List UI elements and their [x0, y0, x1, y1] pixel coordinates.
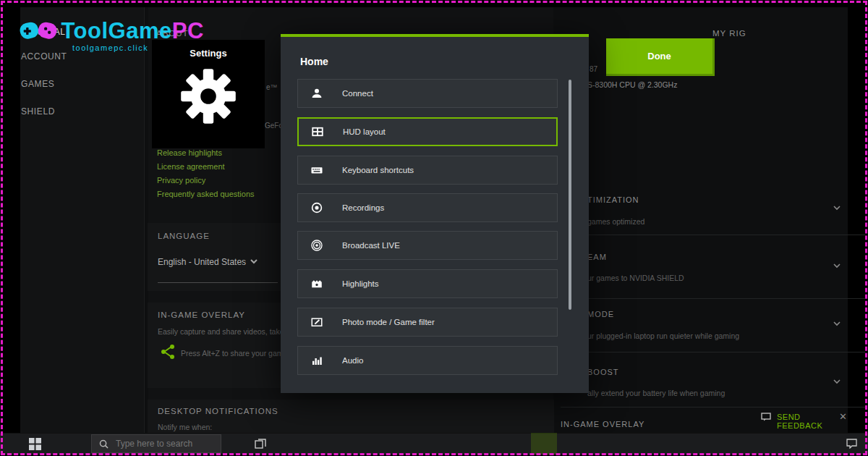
settings-card: Settings [152, 40, 265, 148]
close-icon[interactable]: ✕ [839, 411, 847, 422]
menu-item-label: HUD layout [343, 127, 386, 136]
menu-item-audio[interactable]: Audio [297, 346, 558, 375]
search-icon [99, 439, 109, 449]
search-input[interactable] [114, 438, 216, 449]
menu-item-broadcast-live[interactable]: Broadcast LIVE [297, 231, 558, 260]
brand-name-secondary: PC [172, 18, 204, 43]
record-icon [310, 201, 323, 214]
menu-item-label: Broadcast LIVE [342, 241, 400, 250]
active-app-highlight [531, 433, 557, 455]
done-button-label: Done [647, 51, 671, 62]
desktop-notifications-card: DESKTOP NOTIFICATIONS Notify me when: [148, 400, 554, 433]
chevron-down-icon [250, 258, 258, 265]
audio-bars-icon [310, 354, 323, 367]
optimization-section-desc: games optimized [587, 217, 644, 226]
menu-item-photo-mode[interactable]: Photo mode / Game filter [297, 308, 558, 337]
rig-overlay-heading: IN-GAME OVERLAY [561, 420, 644, 428]
menu-item-highlights[interactable]: Highlights [297, 269, 558, 298]
action-center-icon[interactable] [846, 439, 857, 449]
gamestream-section-desc: ur games to NVIDIA SHIELD [587, 274, 684, 282]
gamestream-section-title: EAM [587, 253, 607, 261]
task-view-icon[interactable] [255, 439, 266, 449]
overlay-shortcut-hint: Press Alt+Z to share your gameplay or [181, 349, 286, 358]
release-highlights-link[interactable]: Release highlights [157, 148, 255, 157]
menu-item-hud-layout[interactable]: HUD layout [297, 117, 558, 146]
hud-grid-icon [311, 125, 324, 138]
brand-name-primary: ToolGame [61, 18, 171, 43]
watermark-logo: ToolGamePC toolgamepc.click [19, 16, 204, 52]
share-overlay-panel: Home Connect HUD layout Keyboard shortcu… [281, 34, 589, 393]
rig-version-fragment: 87 [590, 65, 597, 73]
broadcast-icon [310, 239, 323, 252]
ingame-overlay-card: IN-GAME OVERLAY Easily capture and share… [148, 303, 289, 388]
battery-boost-section-desc: ally extend your battery life when gamin… [587, 389, 725, 397]
panel-scrollbar[interactable] [569, 80, 571, 310]
privacy-policy-link[interactable]: Privacy policy [157, 176, 255, 185]
windows-start-icon[interactable] [29, 438, 41, 450]
whisper-mode-section-title: MODE [587, 310, 614, 318]
screenshot-root: GENERAL ACCOUNT GAMES SHIELD ABOUT Setti… [0, 0, 868, 456]
send-feedback-button[interactable]: SEND FEEDBACK [777, 413, 848, 430]
about-links: Release highlights License agreement Pri… [157, 148, 255, 203]
desktop-notifications-description: Notify me when: [158, 423, 212, 431]
menu-item-label: Highlights [342, 279, 379, 288]
sidebar-item-shield[interactable]: SHIELD [21, 106, 55, 117]
license-agreement-link[interactable]: License agreement [157, 162, 255, 171]
keyboard-icon [310, 164, 323, 177]
done-button[interactable]: Done [606, 38, 715, 76]
version-text-fragment: e™ [266, 83, 278, 91]
gear-icon [176, 64, 241, 129]
chevron-down-icon[interactable] [833, 378, 841, 385]
language-dropdown[interactable]: English - United States [158, 255, 278, 283]
whisper-mode-section-desc: ur plugged-in laptop run quieter while g… [587, 332, 739, 340]
chevron-down-icon[interactable] [833, 262, 841, 269]
language-heading: LANGUAGE [158, 232, 210, 240]
brand-tagline: toolgamepc.click [72, 43, 204, 52]
menu-item-label: Recordings [342, 203, 384, 212]
menu-item-connect[interactable]: Connect [297, 79, 558, 108]
battery-boost-section-title: BOOST [587, 368, 619, 376]
panel-title: Home [300, 56, 328, 67]
menu-item-label: Audio [342, 356, 363, 365]
my-rig-heading: MY RIG [712, 29, 746, 38]
photo-edit-icon [310, 316, 323, 329]
highlights-banner-icon [310, 277, 323, 290]
taskbar-search[interactable] [91, 434, 221, 453]
optimization-section-title: TIMIZATION [587, 195, 639, 204]
ingame-overlay-heading: IN-GAME OVERLAY [158, 311, 245, 319]
menu-item-label: Photo mode / Game filter [342, 318, 435, 326]
panel-accent-bar [281, 34, 589, 37]
desktop-notifications-heading: DESKTOP NOTIFICATIONS [158, 407, 278, 415]
sidebar-item-account[interactable]: ACCOUNT [21, 51, 67, 62]
faq-link[interactable]: Frequently asked questions [157, 190, 255, 198]
menu-item-keyboard-shortcuts[interactable]: Keyboard shortcuts [297, 156, 558, 185]
menu-item-label: Keyboard shortcuts [342, 166, 414, 174]
rig-cpu-fragment: S-8300H CPU @ 2.30GHz [587, 80, 677, 89]
sidebar-item-games[interactable]: GAMES [21, 79, 54, 89]
gamepad-icon [19, 16, 58, 46]
share-icon [159, 343, 176, 360]
ingame-overlay-description: Easily capture and share videos, take sc… [158, 327, 286, 336]
person-icon [310, 87, 323, 100]
taskbar-contents: ⚙ ⚙ V [0, 433, 868, 455]
settings-sidebar: GENERAL ACCOUNT GAMES SHIELD [20, 7, 145, 433]
menu-item-recordings[interactable]: Recordings [297, 193, 558, 222]
feedback-chat-icon [761, 413, 771, 421]
menu-item-label: Connect [342, 89, 373, 98]
chevron-down-icon[interactable] [833, 320, 841, 327]
language-card: LANGUAGE English - United States [148, 223, 289, 291]
chevron-down-icon[interactable] [833, 204, 841, 211]
language-value: English - United States [158, 257, 246, 267]
